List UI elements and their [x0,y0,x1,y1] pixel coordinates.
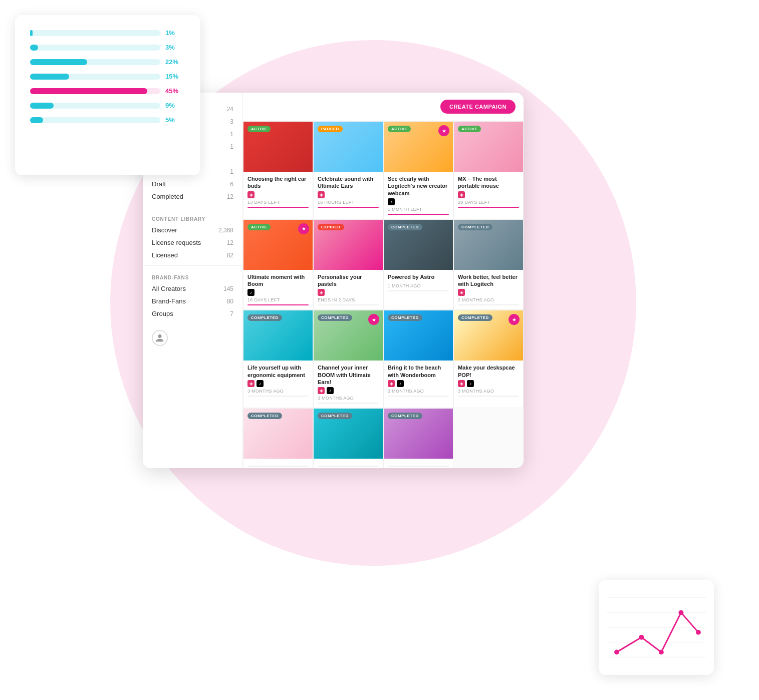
sidebar-count-in-review: 1 [230,168,233,175]
bar-row-5: 45% [30,87,185,95]
card-star: ★ [368,314,379,325]
campaign-card-2[interactable]: PAUSED Celebrate sound with Ultimate Ear… [313,121,383,219]
card-body: Life yourself up with ergonomic equipmen… [243,361,313,401]
instagram-icon: ◈ [388,380,395,387]
card-divider-gray [247,466,309,467]
bar-row-7: 5% [30,116,185,124]
tiktok-icon: ♪ [257,380,264,387]
sidebar-count-paused: 1 [230,143,233,150]
card-icons: ◈ [458,191,519,198]
tiktok-icon: ♪ [327,387,334,394]
svg-point-7 [659,649,664,654]
bar-chart-card: 1% 3% 22% 15% 45% 9% 5% [15,15,200,175]
instagram-icon: ◈ [247,191,255,198]
bar-fill [30,103,54,109]
sidebar-item-all-creators[interactable]: All Creators 145 [143,282,242,295]
card-divider-gray [458,304,519,305]
campaign-card-4[interactable]: ACTIVE MX – The most portable mouse ◈ 28… [453,121,524,219]
campaign-card-11[interactable]: COMPLETED Bring it to the beach with Won… [383,310,453,408]
create-campaign-button[interactable]: CREATE CAMPAIGN [440,100,516,114]
svg-point-6 [639,635,644,640]
card-meta: 1 MONTH LEFT [388,207,449,212]
card-title: Life yourself up with ergonomic equipmen… [247,364,309,379]
card-divider [247,304,309,305]
bar-label: 22% [165,58,185,66]
card-meta: 3 MONTHS AGO [247,389,309,394]
card-badge: COMPLETED [388,224,422,230]
card-title: See clearly with Logitech's new creator … [388,175,449,197]
campaign-card-7[interactable]: COMPLETED Powered by Astro 1 MONTH AGO [383,219,453,310]
sidebar-item-discover[interactable]: Discover 2,368 [143,224,242,236]
card-title: Bring it to the beach with Wonderboom [388,364,449,379]
campaign-card-15[interactable]: COMPLETED [383,408,453,468]
sidebar-label-draft: Draft [152,180,166,188]
card-image: COMPLETED [384,409,453,459]
card-body [384,459,453,468]
bar-row-1: 1% [30,29,185,37]
card-body: Ultimate moment with Boom ♪ 16 DAYS LEFT [243,270,313,310]
card-icons: ◈ [318,191,379,198]
card-badge: COMPLETED [388,413,422,419]
sidebar-item-brand-fans[interactable]: Brand-Fans 80 [143,295,242,307]
card-icons: ◈♪ [388,380,449,387]
campaign-card-12[interactable]: COMPLETED ★ Make your deskspcae POP! ◈♪ … [453,310,524,408]
instagram-icon: ◈ [247,380,255,387]
card-icons: ◈ [247,191,309,198]
card-icons: ◈ [458,289,519,296]
sidebar-count-all: 24 [227,106,233,113]
campaign-card-5[interactable]: ACTIVE ★ Ultimate moment with Boom ♪ 16 … [243,219,313,310]
card-badge: ACTIVE [247,224,271,230]
sidebar-item-groups[interactable]: Groups 7 [143,307,242,320]
tiktok-icon: ♪ [388,198,395,205]
bar-label: 1% [165,29,185,37]
card-image: COMPLETED [243,409,313,459]
bar-track [30,103,160,109]
user-avatar[interactable] [152,330,168,346]
card-badge: COMPLETED [247,314,282,321]
campaign-card-8[interactable]: COMPLETED Work better, feel better with … [453,219,524,310]
campaign-card-14[interactable]: COMPLETED [313,408,383,468]
bar-fill [30,59,87,65]
bar-track [30,117,160,123]
card-badge: COMPLETED [458,314,492,321]
campaign-card-1[interactable]: ACTIVE Choosing the right ear buds ◈ 13 … [243,121,313,219]
brand-fans-title: BRAND-FANS [143,270,242,282]
card-divider-gray [388,396,449,397]
bar-chart: 1% 3% 22% 15% 45% 9% 5% [30,29,185,124]
sidebar-item-licensed[interactable]: Licensed 82 [143,249,242,261]
card-star: ★ [438,125,449,136]
bar-fill [30,45,38,51]
bar-track [30,59,160,65]
card-divider-gray [318,403,379,404]
campaign-card-10[interactable]: COMPLETED ★ Channel your inner BOOM with… [313,310,383,408]
card-body: Celebrate sound with Ultimate Ears ◈ 16 … [314,172,383,212]
sidebar-item-license-requests[interactable]: License requests 12 [143,236,242,249]
card-meta: 16 DAYS LEFT [247,297,309,302]
bar-label: 3% [165,44,185,51]
svg-point-9 [696,630,701,635]
card-icons: ◈ [318,289,379,296]
card-divider-gray [247,396,309,397]
card-body: Make your deskspcae POP! ◈♪ 3 MONTHS AGO [454,361,523,401]
card-image: COMPLETED ★ [314,310,383,361]
card-star: ★ [298,223,309,234]
bar-track [30,45,160,51]
campaign-card-9[interactable]: COMPLETED Life yourself up with ergonomi… [243,310,313,408]
card-badge: COMPLETED [318,413,352,419]
card-icons: ♪ [388,198,449,205]
campaign-card-13[interactable]: COMPLETED [243,408,313,468]
bar-row-3: 22% [30,58,185,66]
bar-label: 15% [165,73,185,80]
sidebar-item-completed[interactable]: Completed 12 [143,190,242,203]
content-library-title: CONTENT LIBRARY [143,211,242,224]
card-image: COMPLETED [384,220,453,270]
card-image: ACTIVE [243,122,313,172]
sidebar-item-draft[interactable]: Draft 6 [143,178,242,190]
card-body: Bring it to the beach with Wonderboom ◈♪… [384,361,453,401]
campaign-card-6[interactable]: EXPIRED Personalise your pastels ◈ ENDS … [313,219,383,310]
card-body: Personalise your pastels ◈ ENDS IN 2 DAY… [314,270,383,310]
campaign-card-3[interactable]: ACTIVE ★ See clearly with Logitech's new… [383,121,453,219]
card-image: COMPLETED [454,220,523,270]
svg-point-5 [614,649,619,654]
card-title: Powered by Astro [388,273,449,280]
